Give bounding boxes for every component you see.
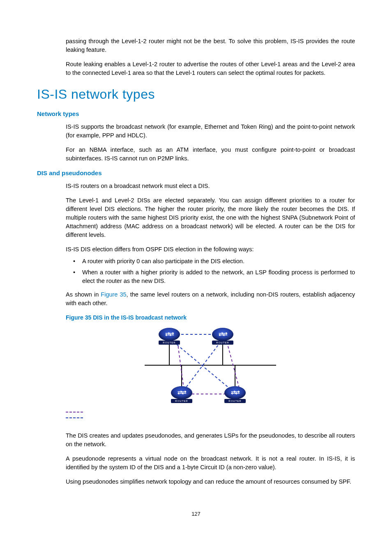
- network-types-paragraph-1: IS-IS supports the broadcast network (fo…: [66, 123, 355, 140]
- legend-dash-blue: [66, 417, 83, 418]
- figure-reference-link[interactable]: Figure 35: [101, 291, 126, 298]
- figure-legend: [66, 412, 355, 424]
- figure-35-diagram: ⇄⇄ ROUTER ⇄⇄ ROUTER ⇄⇄ ROUTER ⇄⇄ ROUTER: [66, 326, 355, 404]
- intro-paragraph-1: passing through the Level-1-2 router mig…: [66, 37, 355, 54]
- router-icon: ⇄⇄ ROUTER: [224, 386, 246, 403]
- dis-paragraph-3: IS-IS DIS election differs from OSPF DIS…: [66, 245, 355, 254]
- figure-caption: Figure 35 DIS in the IS-IS broadcast net…: [66, 313, 355, 322]
- list-item: When a router with a higher priority is …: [73, 268, 355, 285]
- router-icon: ⇄⇄ ROUTER: [159, 328, 180, 345]
- legend-dash-purple: [66, 412, 83, 412]
- router-icon: ⇄⇄ ROUTER: [212, 328, 233, 345]
- subheading-dis-pseudonodes: DIS and pseudonodes: [37, 169, 355, 178]
- intro-paragraph-2: Route leaking enables a Level-1-2 router…: [66, 60, 355, 77]
- router-icon: ⇄⇄ ROUTER: [171, 386, 192, 403]
- dis-paragraph-1: IS-IS routers on a broadcast network mus…: [66, 182, 355, 190]
- dis-paragraph-7: Using pseudonodes simplifies network top…: [66, 477, 355, 486]
- dis-bullet-list: A router with priority 0 can also partic…: [66, 257, 355, 285]
- list-item: A router with priority 0 can also partic…: [73, 257, 355, 266]
- dis-paragraph-4: As shown in Figure 35, the same level ro…: [66, 290, 355, 308]
- dis-paragraph-5: The DIS creates and updates pseudonodes,…: [66, 431, 355, 449]
- section-heading-isis-network-types: IS-IS network types: [37, 85, 355, 104]
- dis-paragraph-2: The Level-1 and Level-2 DISs are elected…: [66, 196, 355, 239]
- subheading-network-types: Network types: [37, 109, 355, 118]
- page-number: 127: [0, 510, 392, 518]
- dis-paragraph-6: A pseudonode represents a virtual node o…: [66, 454, 355, 472]
- page-content: passing through the Level-1-2 router mig…: [0, 0, 392, 486]
- network-types-paragraph-2: For an NBMA interface, such as an ATM in…: [66, 146, 355, 163]
